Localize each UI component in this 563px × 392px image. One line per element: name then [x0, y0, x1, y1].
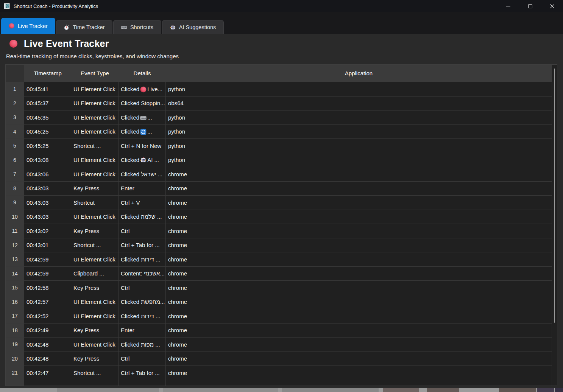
column-header-timestamp[interactable]: Timestamp — [24, 65, 71, 82]
table-row[interactable]: 400:45:25UI Element ClickClicked ...pyth… — [6, 125, 552, 139]
table-row[interactable]: 2100:42:47Shortcut ...Ctrl + Tab for ...… — [6, 366, 552, 380]
table-row[interactable]: 1300:42:59UI Element ClickClicked דירות … — [6, 252, 552, 267]
cell-row-number[interactable]: 21 — [6, 366, 24, 380]
cell-row-number[interactable]: 14 — [6, 267, 24, 281]
window-controls — [497, 0, 563, 12]
cell-timestamp: 00:43:03 — [24, 182, 71, 196]
cell-application: python — [166, 110, 552, 124]
table-row[interactable]: 1900:42:48UI Element ClickClicked מפות .… — [6, 338, 552, 352]
cell-row-number[interactable]: 12 — [6, 238, 24, 252]
cell-details: Clicked ... — [119, 110, 166, 124]
tab-time-tracker[interactable]: Time Tracker — [56, 20, 112, 34]
cell-application: chrome — [166, 281, 552, 295]
tab-live-tracker[interactable]: Live Tracker — [1, 18, 55, 34]
close-button[interactable] — [541, 0, 563, 12]
cell-event-type: UI Element Click — [71, 309, 119, 323]
cell-row-number[interactable]: 18 — [6, 324, 24, 338]
cell-timestamp: 00:45:25 — [24, 125, 71, 139]
cell-event-type — [71, 380, 119, 386]
cell-row-number[interactable]: 20 — [6, 352, 24, 366]
cell-application: chrome — [166, 366, 552, 380]
cell-row-number[interactable]: 4 — [6, 125, 24, 139]
vertical-scrollbar[interactable] — [552, 65, 557, 386]
scrollbar-thumb[interactable] — [554, 68, 555, 323]
table-row[interactable]: 800:43:03Key PressEnterchrome — [6, 182, 552, 196]
table-row[interactable]: 1000:43:03UI Element ClickClicked שלמה .… — [6, 210, 552, 224]
cell-row-number[interactable]: 6 — [6, 153, 24, 167]
table-corner-cell — [6, 65, 24, 82]
screen: Shortcut Coach - Productivity Analytics — [0, 0, 563, 392]
cell-row-number[interactable]: 15 — [6, 281, 24, 295]
stopwatch-icon — [64, 25, 69, 30]
minimize-icon — [506, 6, 510, 6]
table-row[interactable]: 1700:42:52UI Element ClickClicked דירות … — [6, 309, 552, 324]
cell-details: Ctrl + V — [119, 196, 166, 210]
cell-timestamp: 00:42:48 — [24, 352, 71, 366]
cell-row-number[interactable]: 16 — [6, 295, 24, 309]
table-row[interactable]: 900:43:03ShortcutCtrl + Vchrome — [6, 196, 552, 210]
cell-application: chrome — [166, 167, 552, 181]
page-title: Live Event Tracker — [24, 38, 109, 49]
cell-row-number[interactable]: 3 — [6, 110, 24, 124]
tab-shortcuts[interactable]: Shortcuts — [113, 20, 161, 34]
column-header-application[interactable]: Application — [166, 65, 552, 82]
cell-event-type: UI Element Click — [71, 82, 119, 96]
cell-row-number[interactable]: 11 — [6, 224, 24, 238]
cell-row-number[interactable]: 9 — [6, 196, 24, 210]
table-row[interactable]: 1800:42:49Key PressEnterchrome — [6, 324, 552, 338]
cell-row-number[interactable]: 19 — [6, 338, 24, 352]
cell-event-type: UI Element Click — [71, 110, 119, 124]
cell-application: chrome — [166, 295, 552, 309]
cell-application: chrome — [166, 338, 552, 352]
table-row[interactable]: 200:45:37UI Element ClickClicked Stoppin… — [6, 96, 552, 111]
maximize-button[interactable] — [519, 0, 541, 12]
table-row[interactable]: 100:45:41UI Element ClickClicked Live...… — [6, 82, 552, 96]
cell-details: Clicked Live... — [119, 82, 166, 96]
minimize-button[interactable] — [497, 0, 519, 12]
table-row[interactable]: 1100:43:02Key PressCtrlchrome — [6, 224, 552, 238]
cell-details: Ctrl + N for New — [119, 139, 166, 153]
cell-application — [166, 380, 552, 386]
cell-timestamp: 00:45:41 — [24, 82, 71, 96]
taskbar-blur-segment — [163, 388, 278, 392]
cell-timestamp: 00:43:03 — [24, 210, 71, 224]
cell-row-number[interactable]: 2 — [6, 96, 24, 110]
tab-ai-suggestions[interactable]: AI Suggestions — [162, 20, 224, 34]
cell-timestamp: 00:45:35 — [24, 110, 71, 124]
cell-row-number[interactable]: 13 — [6, 252, 24, 266]
table-row[interactable]: 1200:43:01Shortcut ...Ctrl + Tab for ...… — [6, 238, 552, 253]
cell-timestamp: 00:43:03 — [24, 196, 71, 210]
cell-row-number[interactable]: 1 — [6, 82, 24, 96]
cell-event-type: UI Element Click — [71, 153, 119, 167]
cell-row-number[interactable]: 8 — [6, 182, 24, 196]
table-row[interactable]: 2000:42:48Key PressCtrlchrome — [6, 352, 552, 366]
cell-row-number[interactable]: 7 — [6, 167, 24, 181]
cell-timestamp: 00:45:37 — [24, 96, 71, 110]
cell-application: python — [166, 82, 552, 96]
robot-icon — [170, 25, 176, 30]
table-row[interactable]: 600:43:08UI Element ClickClicked AI ...p… — [6, 153, 552, 168]
cell-application: chrome — [166, 224, 552, 238]
cell-row-number[interactable]: 5 — [6, 139, 24, 153]
cell-event-type: Shortcut ... — [71, 238, 119, 252]
table-row[interactable]: 1500:42:58Key PressCtrlchrome — [6, 281, 552, 295]
table-row[interactable]: 300:45:35UI Element ClickClicked ...pyth… — [6, 110, 552, 125]
cell-details: Ctrl + Tab for ... — [119, 238, 166, 252]
column-header-details[interactable]: Details — [119, 65, 166, 82]
cell-timestamp: 00:43:01 — [24, 238, 71, 252]
table-row[interactable]: 700:43:06UI Element ClickClicked ישראל .… — [6, 167, 552, 182]
cell-event-type: Shortcut ... — [71, 366, 119, 380]
cell-details: Enter — [119, 324, 166, 338]
keyboard-icon — [140, 115, 147, 121]
cell-event-type: Shortcut — [71, 196, 119, 210]
cell-application: chrome — [166, 309, 552, 323]
table-row[interactable]: 1600:42:57UI Element ClickClicked מחפשת.… — [6, 295, 552, 310]
cell-timestamp: 00:42:52 — [24, 309, 71, 323]
table-row[interactable]: 500:45:25Shortcut ...Ctrl + N for Newpyt… — [6, 139, 552, 153]
column-header-event-type[interactable]: Event Type — [71, 65, 119, 82]
cell-row-number[interactable] — [6, 380, 24, 386]
cell-row-number[interactable]: 17 — [6, 309, 24, 323]
table-row-partial[interactable] — [6, 380, 552, 386]
table-row[interactable]: 1400:42:59Clipboard ...Content: אשכנזי..… — [6, 267, 552, 281]
cell-row-number[interactable]: 10 — [6, 210, 24, 224]
